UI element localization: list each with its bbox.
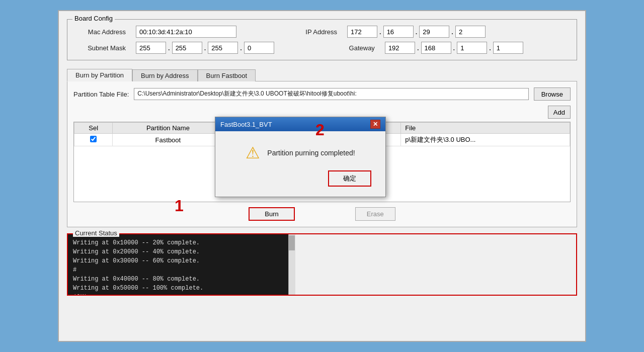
modal-message: Partition purning completed! xyxy=(267,149,355,157)
modal-button-row: 确定 xyxy=(225,170,375,187)
modal-ok-button[interactable]: 确定 xyxy=(328,170,371,187)
modal-close-button[interactable]: ✕ xyxy=(370,120,380,129)
annotation-2: 2 xyxy=(315,121,325,139)
modal-overlay: 2 FastBoot3.1_BVT ✕ ⚠ Partition purning … xyxy=(59,11,585,341)
main-window: Board Config Mac Address IP Address . . … xyxy=(58,10,586,342)
modal-title: FastBoot3.1_BVT xyxy=(220,121,272,128)
modal-message-row: ⚠ Partition purning completed! xyxy=(246,143,355,162)
modal-body: ⚠ Partition purning completed! 确定 xyxy=(215,131,385,197)
warning-icon: ⚠ xyxy=(246,143,260,162)
modal-dialog: FastBoot3.1_BVT ✕ ⚠ Partition purning co… xyxy=(215,117,386,197)
modal-titlebar: FastBoot3.1_BVT ✕ xyxy=(215,117,385,131)
